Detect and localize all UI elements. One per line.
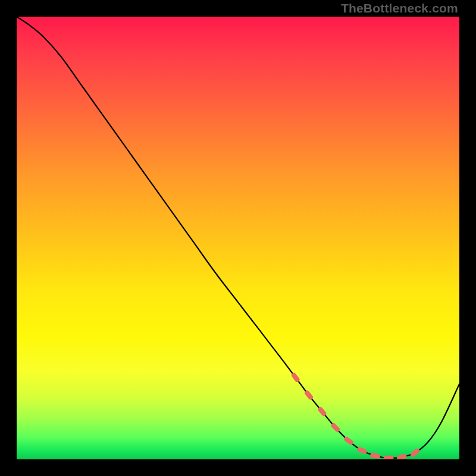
curve-svg <box>17 17 459 459</box>
attribution-label: TheBottleneck.com <box>341 1 458 15</box>
bottleneck-curve <box>17 17 459 458</box>
optimal-marker <box>383 455 393 459</box>
optimal-marker <box>410 447 421 458</box>
optimal-marker <box>396 453 408 459</box>
chart-frame: TheBottleneck.com <box>0 0 476 476</box>
plot-area <box>17 17 459 459</box>
optimal-marker <box>356 446 368 455</box>
optimal-marker <box>370 453 381 459</box>
